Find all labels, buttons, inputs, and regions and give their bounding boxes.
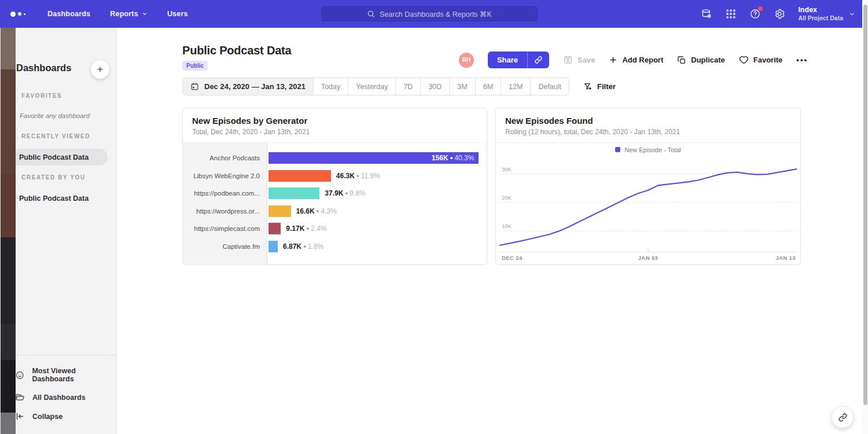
collapse-label: Collapse xyxy=(32,413,62,421)
chevron-down-icon xyxy=(849,11,855,17)
sidebar-section-recently-viewed[interactable]: RECENTLY VIEWED xyxy=(11,133,90,139)
generator-bar-chart[interactable]: Anchor Podcasts156K • 40.3%Libsyn WebEng… xyxy=(183,143,487,264)
card-new-episodes-found: New Episodes Found Rolling (12 hours), t… xyxy=(495,108,801,265)
apps-grid-icon[interactable] xyxy=(725,8,737,20)
date-preset-3m[interactable]: 3M xyxy=(449,78,475,95)
save-label: Save xyxy=(578,56,595,64)
dashboard-actions: RH Share Save Add Report Duplicate Favor… xyxy=(459,52,808,68)
bar-category-label: Anchor Podcasts xyxy=(183,155,267,161)
episodes-line-chart[interactable]: New Episode - Total 10K20K30K DEC 24 JAN… xyxy=(496,143,800,264)
global-search-input[interactable]: Search Dashboards & Reports ⌘K xyxy=(320,5,539,23)
bar-category-label: https://simplecast.com xyxy=(183,225,267,232)
sidebar: Dashboards + FAVORITES Favorite any dash… xyxy=(3,28,117,434)
main-content: Public Podcast Data Public RH Share Save… xyxy=(117,28,868,434)
date-preset-group: Dec 24, 2020 — Jan 13, 2021 TodayYesterd… xyxy=(182,78,569,95)
more-options-button[interactable]: ••• xyxy=(796,56,808,64)
bar-value-label: 156K • 40.3% xyxy=(432,152,475,164)
date-preset-yesterday[interactable]: Yesterday xyxy=(348,78,395,95)
sidebar-section-created-by-you[interactable]: CREATED BY YOU xyxy=(11,174,86,181)
bar-category-label: Captivate.fm xyxy=(183,243,267,250)
share-button[interactable]: Share xyxy=(488,52,549,68)
bar-row[interactable]: Libsyn WebEngine 2.046.3K • 11.9% xyxy=(183,167,487,185)
generator-rows: Anchor Podcasts156K • 40.3%Libsyn WebEng… xyxy=(183,149,487,255)
generator-card-title: New Episodes by Generator xyxy=(192,116,477,126)
sidebar-item-public-podcast-data-recent[interactable]: Public Podcast Data xyxy=(19,153,89,161)
x-axis: DEC 24 JAN 03 JAN 13 xyxy=(499,253,797,263)
all-dashboards-button[interactable]: All Dashboards xyxy=(3,388,116,407)
nav-reports[interactable]: Reports xyxy=(110,10,148,18)
data-sources-icon[interactable] xyxy=(701,8,712,20)
nav-reports-label: Reports xyxy=(110,10,138,18)
bar-row[interactable]: https://wordpress.or...16.6K • 4.3% xyxy=(183,203,487,220)
bar-track: 6.87K • 1.8% xyxy=(267,241,487,252)
bar-segment[interactable] xyxy=(269,205,291,217)
bar-segment[interactable]: 156K • 40.3% xyxy=(269,152,479,164)
bar-category-label: https://wordpress.or... xyxy=(183,208,267,215)
date-preset-7d[interactable]: 7D xyxy=(395,78,420,95)
add-report-button[interactable]: Add Report xyxy=(609,56,663,64)
chevron-down-icon xyxy=(142,11,148,17)
brand-logo-icon[interactable] xyxy=(10,12,37,17)
generator-card-subtitle: Total, Dec 24th, 2020 - Jan 13th, 2021 xyxy=(192,128,477,136)
most-viewed-dashboards-button[interactable]: Most Viewed Dashboards xyxy=(3,362,116,388)
notification-dot xyxy=(758,6,763,11)
sidebar-title: Dashboards xyxy=(16,62,71,73)
date-preset-6m[interactable]: 6M xyxy=(475,78,501,95)
filter-button[interactable]: Filter xyxy=(583,82,616,91)
recently-viewed-header-label: RECENTLY VIEWED xyxy=(21,133,90,139)
share-label[interactable]: Share xyxy=(488,52,527,68)
bar-row[interactable]: Captivate.fm6.87K • 1.8% xyxy=(183,238,487,256)
nav-users-label: Users xyxy=(167,10,188,18)
x-tick-jan-13: JAN 13 xyxy=(775,255,796,261)
sidebar-section-favorites[interactable]: FAVORITES xyxy=(11,93,62,99)
svg-text:20K: 20K xyxy=(502,194,512,201)
episodes-card-title: New Episodes Found xyxy=(505,116,791,126)
smiley-icon xyxy=(15,370,24,380)
episodes-card-subtitle: Rolling (12 hours), total, Dec 24th, 202… xyxy=(505,128,791,136)
legend-label: New Episode - Total xyxy=(624,146,681,153)
project-switcher[interactable]: Index All Project Data xyxy=(798,6,855,23)
link-icon xyxy=(838,413,848,422)
help-icon[interactable] xyxy=(749,8,761,20)
duplicate-label: Duplicate xyxy=(691,56,725,64)
x-tick-jan-03: JAN 03 xyxy=(638,255,659,261)
avatar[interactable]: RH xyxy=(459,53,474,68)
duplicate-button[interactable]: Duplicate xyxy=(677,56,725,65)
favorite-button[interactable]: Favorite xyxy=(739,55,783,65)
share-link-button[interactable] xyxy=(527,52,549,68)
sidebar-item-public-podcast-data-created[interactable]: Public Podcast Data xyxy=(19,194,89,203)
bar-track: 46.3K • 11.9% xyxy=(267,170,487,182)
bar-row[interactable]: Anchor Podcasts156K • 40.3% xyxy=(183,149,487,167)
bar-category-label: https://podbean.com... xyxy=(183,190,267,197)
page-title: Public Podcast Data xyxy=(182,44,291,57)
x-tick-dec-24: DEC 24 xyxy=(502,255,523,261)
nav-dashboards[interactable]: Dashboards xyxy=(47,10,90,18)
date-preset-default[interactable]: Default xyxy=(530,78,569,95)
bar-segment[interactable] xyxy=(269,223,281,234)
bar-track: 37.9K • 9.8% xyxy=(267,187,487,199)
project-name: Index xyxy=(798,6,843,15)
bar-segment[interactable] xyxy=(269,241,278,252)
add-dashboard-button[interactable]: + xyxy=(91,60,109,79)
bar-row[interactable]: https://podbean.com...37.9K • 9.8% xyxy=(183,185,487,203)
date-range-button[interactable]: Dec 24, 2020 — Jan 13, 2021 xyxy=(183,78,313,95)
bar-track: 16.6K • 4.3% xyxy=(267,205,487,217)
bar-track: 9.17K • 2.4% xyxy=(267,223,487,234)
visibility-badge: Public xyxy=(182,61,208,71)
favorite-label: Favorite xyxy=(753,56,783,64)
bar-segment[interactable] xyxy=(269,170,331,182)
copy-link-floating-button[interactable] xyxy=(832,406,854,428)
card-new-episodes-by-generator: New Episodes by Generator Total, Dec 24t… xyxy=(182,108,487,265)
nav-users[interactable]: Users xyxy=(167,10,188,18)
date-preset-12m[interactable]: 12M xyxy=(501,78,530,95)
save-button[interactable]: Save xyxy=(563,55,595,65)
collapse-sidebar-button[interactable]: Collapse xyxy=(3,407,116,426)
settings-icon[interactable] xyxy=(774,8,785,20)
date-preset-30d[interactable]: 30D xyxy=(420,78,449,95)
date-preset-today[interactable]: Today xyxy=(313,78,348,95)
page-scrollbar-thumb[interactable] xyxy=(863,5,867,405)
background-window-sliver xyxy=(0,28,3,434)
legend-swatch xyxy=(615,147,620,152)
bar-row[interactable]: https://simplecast.com9.17K • 2.4% xyxy=(183,220,487,238)
bar-segment[interactable] xyxy=(269,187,319,199)
